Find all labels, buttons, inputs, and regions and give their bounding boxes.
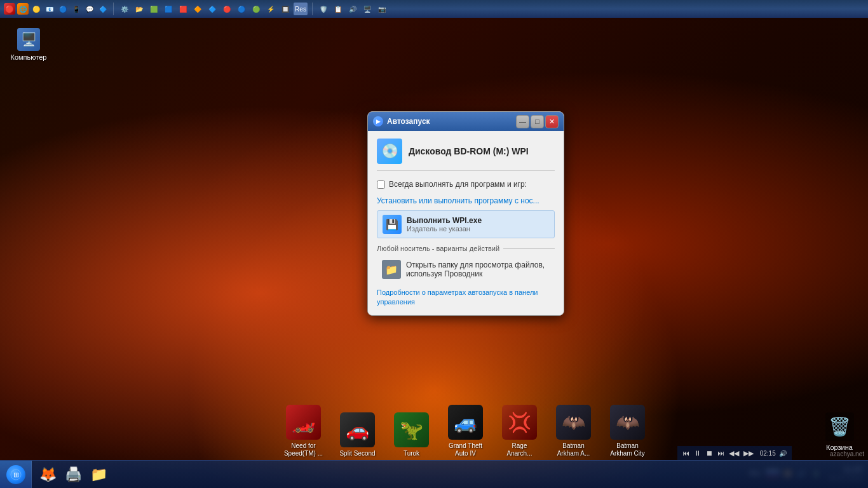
top-icon-18[interactable]: 🟢: [250, 3, 262, 15]
svg-text:⊞: ⊞: [13, 471, 18, 478]
media-ff-button[interactable]: ▶▶: [742, 449, 755, 458]
title-controls: — □ ✕: [516, 115, 559, 128]
autoplay-checkbox-row: Всегда выполнять для программ и игр:: [377, 180, 555, 189]
dialog-title-text: Автозапуск: [387, 117, 430, 126]
trash-icon[interactable]: 🗑️ Корзина: [817, 412, 862, 451]
batman-city-icon-image: 🦇: [610, 405, 645, 440]
open-folder-text: Открыть папку для просмотра файлов, испо…: [406, 261, 550, 278]
game-icon-nfs[interactable]: 🏎️ Need forSpeed(TM) ...: [280, 405, 327, 458]
rage-icon-label: RageAnarch...: [506, 442, 532, 458]
game-icon-batman-city[interactable]: 🦇 BatmanArkham City: [604, 405, 651, 458]
batman-city-icon-label: BatmanArkham City: [610, 442, 644, 458]
taskbar-top: 🔴 🌐 🟡 📧 🔵 📱 💬 🔷 ⚙️ 📂 🟩 🟦 🟥 🔶 🔷 🔴 🔵 🟢 ⚡ 🔲…: [0, 0, 868, 18]
desktop-icon-computer[interactable]: 🖥️ Компьютер: [6, 25, 51, 64]
top-icon-14[interactable]: 🔶: [191, 3, 204, 15]
game-icon-gta[interactable]: 🚙 Grand TheftAuto IV: [442, 405, 489, 458]
top-icon-9[interactable]: ⚙️: [118, 3, 131, 15]
top-icon-8[interactable]: 🔷: [97, 3, 109, 15]
turok-icon-label: Turok: [403, 450, 419, 458]
top-icon-19[interactable]: ⚡: [264, 3, 277, 15]
top-icon-12[interactable]: 🟦: [162, 3, 175, 15]
top-icon-7[interactable]: 💬: [84, 3, 95, 15]
open-folder-action[interactable]: 📁 Открыть папку для просмотра файлов, ис…: [377, 257, 555, 281]
autorun-dialog: ▶ Автозапуск — □ ✕ 💿 Дисковод BD-ROM (M:…: [367, 111, 564, 316]
folder-action-icon: 📁: [382, 260, 401, 279]
batman-a-icon-label: BatmanArkham A...: [557, 442, 590, 458]
close-button[interactable]: ✕: [545, 115, 559, 128]
splitsecond-icon-label: Split Second: [339, 450, 375, 458]
taskbar-icon-firefox[interactable]: 🦊: [36, 463, 60, 487]
taskbar-icon-folder[interactable]: 📁: [86, 463, 111, 487]
gta-icon-image: 🚙: [448, 405, 483, 440]
top-separator-2: [312, 3, 313, 15]
top-icon-group-1: 🔴 🌐 🟡 📧 🔵 📱 💬 🔷: [3, 3, 109, 15]
top-icon-24[interactable]: 🔊: [346, 3, 359, 15]
top-icon-4[interactable]: 📧: [44, 3, 55, 15]
wpi-action-icon: 💾: [383, 215, 402, 234]
always-autoplay-checkbox[interactable]: [377, 180, 385, 189]
game-icon-rage[interactable]: 💢 RageAnarch...: [496, 405, 543, 458]
taskbar-quick-launch: 🦊 🖨️ 📁: [32, 463, 114, 487]
top-icon-5[interactable]: 🔵: [57, 3, 69, 15]
top-icon-21[interactable]: Res: [294, 3, 308, 15]
taskbar-bottom: ⊞ 🦊 🖨️ 📁: [0, 460, 868, 488]
media-next-button[interactable]: ⏭: [716, 449, 726, 457]
batman-a-icon-image: 🦇: [556, 405, 591, 440]
splitsecond-icon-image: 🚗: [340, 412, 375, 447]
wpi-action-text: Выполнить WPI.exe Издатель не указан: [407, 216, 482, 233]
watermark: azachya.net: [830, 451, 864, 458]
gta-icon-label: Grand TheftAuto IV: [449, 442, 482, 458]
dialog-titlebar: ▶ Автозапуск — □ ✕: [368, 112, 564, 131]
computer-icon-label: Компьютер: [11, 53, 47, 62]
desktop-icons: 🖥️ Компьютер: [6, 25, 51, 64]
minimize-button[interactable]: —: [516, 115, 529, 128]
top-icon-2[interactable]: 🌐: [17, 3, 29, 15]
restore-button[interactable]: □: [531, 115, 544, 128]
dialog-body: 💿 Дисковод BD-ROM (M:) WPI Всегда выполн…: [368, 131, 564, 315]
install-link[interactable]: Установить или выполнить программу с нос…: [377, 196, 555, 205]
top-icon-6[interactable]: 📱: [71, 3, 82, 15]
top-icon-group-2: ⚙️ 📂 🟩 🟦 🟥 🔶 🔷 🔴 🔵 🟢 ⚡ 🔲 Res: [118, 3, 308, 15]
trash-icon-image: 🗑️: [825, 412, 854, 441]
nfs-icon-image: 🏎️: [286, 405, 321, 440]
game-icon-splitsecond[interactable]: 🚗 Split Second: [334, 412, 381, 458]
wpi-action-title: Выполнить WPI.exe: [407, 216, 482, 225]
top-icon-3[interactable]: 🟡: [31, 3, 42, 15]
footer-link[interactable]: Подробности о параметрах автозапуска в п…: [377, 288, 555, 308]
watermark-text: azachya.net: [830, 451, 864, 458]
start-button[interactable]: ⊞: [0, 461, 32, 489]
top-icon-23[interactable]: 📋: [332, 3, 344, 15]
top-icon-16[interactable]: 🔴: [220, 3, 233, 15]
media-stop-button[interactable]: ⏹: [705, 449, 714, 457]
top-icon-25[interactable]: 🖥️: [361, 3, 374, 15]
desktop-game-icons: 🏎️ Need forSpeed(TM) ... 🚗 Split Second …: [280, 405, 651, 458]
top-icon-11[interactable]: 🟩: [147, 3, 160, 15]
disk-title: Дисковод BD-ROM (M:) WPI: [409, 146, 529, 156]
top-icon-22[interactable]: 🛡️: [317, 3, 330, 15]
top-icon-15[interactable]: 🔷: [206, 3, 219, 15]
top-icon-group-3: 🛡️ 📋 🔊 🖥️ 📷: [316, 3, 389, 15]
top-icon-17[interactable]: 🔵: [235, 3, 248, 15]
top-icon-1[interactable]: 🔴: [4, 3, 15, 15]
taskbar-icon-printer[interactable]: 🖨️: [61, 463, 85, 487]
dialog-title-icon: ▶: [373, 116, 383, 126]
start-orb: ⊞: [6, 465, 25, 484]
game-icon-batman-a[interactable]: 🦇 BatmanArkham A...: [550, 405, 597, 458]
disk-header: 💿 Дисковод BD-ROM (M:) WPI: [377, 139, 555, 171]
autoplay-checkbox-label: Всегда выполнять для программ и игр:: [389, 180, 527, 189]
top-icon-26[interactable]: 📷: [376, 3, 388, 15]
top-icon-20[interactable]: 🔲: [279, 3, 292, 15]
run-wpi-action[interactable]: 💾 Выполнить WPI.exe Издатель не указан: [377, 210, 555, 238]
game-icon-turok[interactable]: 🦖 Turok: [388, 412, 435, 458]
media-time-display: 02:15: [760, 450, 776, 457]
top-icon-10[interactable]: 📂: [133, 3, 146, 15]
title-left: ▶ Автозапуск: [373, 116, 430, 126]
turok-icon-image: 🦖: [394, 412, 429, 447]
media-play-button[interactable]: ⏸: [693, 449, 702, 457]
section-divider: Любой носитель - варианты действий: [377, 245, 555, 252]
media-prev-button[interactable]: ⏮: [681, 449, 691, 457]
media-volume-icon[interactable]: 🔊: [778, 450, 788, 457]
media-controls-bar: ⏮ ⏸ ⏹ ⏭ ◀◀ ▶▶ 02:15 🔊: [677, 446, 792, 460]
media-rewind-button[interactable]: ◀◀: [728, 449, 740, 458]
top-icon-13[interactable]: 🟥: [177, 3, 189, 15]
